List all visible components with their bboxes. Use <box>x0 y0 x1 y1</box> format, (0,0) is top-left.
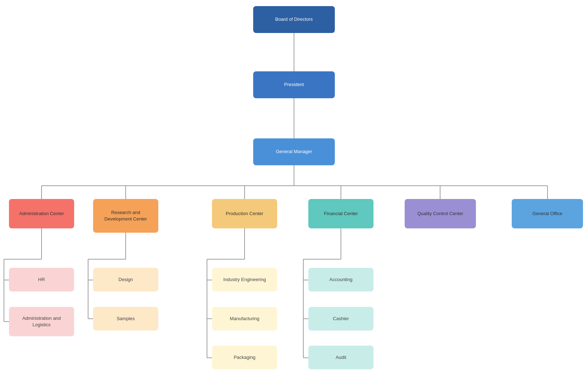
node-financial[interactable]: Financial Center <box>308 199 373 228</box>
node-design[interactable]: Design <box>93 268 158 291</box>
node-mfg[interactable]: Manufacturing <box>212 307 277 331</box>
node-gm[interactable]: General Manager <box>253 138 335 165</box>
node-cashier[interactable]: Cashier <box>308 307 373 331</box>
node-adlog[interactable]: Administration and Logistics <box>9 307 74 336</box>
node-rnd[interactable]: Research and Development Center <box>93 199 158 233</box>
node-admin[interactable]: Administration Center <box>9 199 74 228</box>
node-go[interactable]: General Office <box>512 199 583 228</box>
node-audit[interactable]: Audit <box>308 346 373 369</box>
node-hr[interactable]: HR <box>9 268 74 291</box>
node-samples[interactable]: Samples <box>93 307 158 331</box>
node-packaging[interactable]: Packaging <box>212 346 277 369</box>
node-accounting[interactable]: Accounting <box>308 268 373 291</box>
node-qc[interactable]: Quality Control Center <box>405 199 476 228</box>
node-indeng[interactable]: Industry Engineering <box>212 268 277 291</box>
node-board[interactable]: Board of Directors <box>253 6 335 33</box>
node-president[interactable]: President <box>253 71 335 98</box>
org-chart: Board of DirectorsPresidentGeneral Manag… <box>0 0 588 389</box>
node-production[interactable]: Production Center <box>212 199 277 228</box>
